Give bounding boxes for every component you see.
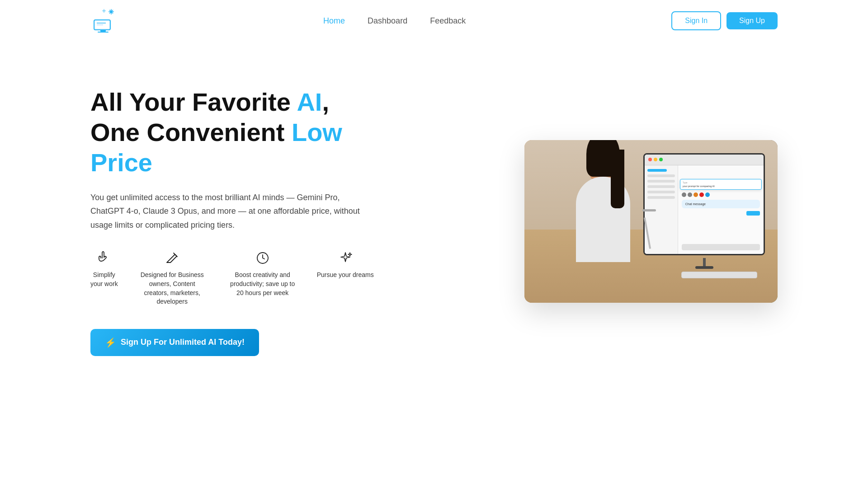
type-placeholder: your prompt for comparing AI — [683, 185, 759, 188]
person-hair — [586, 140, 620, 177]
model-dot-3 — [693, 192, 698, 197]
feature-designed-label: Designed for Business owners, Content cr… — [136, 271, 208, 306]
signin-button[interactable]: Sign In — [671, 11, 721, 30]
hero-description: You get unlimited access to the most bri… — [90, 191, 362, 232]
svg-rect-2 — [98, 32, 108, 33]
keyboard — [681, 272, 757, 278]
sparkle-icon — [338, 250, 353, 266]
type-label: Type — [683, 181, 759, 184]
sidebar-active-item — [647, 169, 666, 172]
monitor-base — [695, 266, 713, 269]
svg-point-15 — [104, 10, 105, 12]
nav-home[interactable]: Home — [323, 16, 345, 26]
hero-title-part2: , — [322, 88, 329, 116]
type-indicator: Type your prompt for comparing AI — [680, 179, 762, 190]
hand-pointer-icon — [97, 250, 111, 266]
dot-green — [659, 158, 663, 161]
screen-input-bar — [682, 244, 760, 250]
person-body — [567, 140, 639, 262]
model-dot-2 — [688, 192, 692, 197]
svg-rect-1 — [100, 30, 106, 32]
sidebar-item-1 — [647, 174, 675, 177]
feature-pursue-label: Pursue your dreams — [317, 271, 374, 280]
chat-bubble-1: Chat message — [682, 200, 760, 208]
features-row: Simplifyyour work Designed for Business … — [90, 250, 407, 306]
hero-title-part3: One Convenient — [90, 118, 292, 146]
sidebar-item-5 — [647, 196, 675, 199]
navbar: Home Dashboard Feedback Sign In Sign Up — [0, 0, 868, 42]
hero-title-ai: AI — [297, 88, 322, 116]
svg-line-13 — [109, 13, 110, 14]
feature-simplify-label: Simplifyyour work — [90, 271, 118, 288]
model-dot-4 — [699, 192, 704, 197]
nav-dashboard[interactable]: Dashboard — [368, 16, 407, 26]
nav-buttons: Sign In Sign Up — [671, 11, 778, 30]
monitor-screen: Type your prompt for comparing AI — [643, 153, 765, 255]
feature-simplify: Simplifyyour work — [90, 250, 118, 288]
nav-links: Home Dashboard Feedback — [323, 16, 466, 26]
screen-content: Type your prompt for comparing AI — [645, 165, 764, 254]
nav-feedback[interactable]: Feedback — [430, 16, 466, 26]
hero-title-part1: All Your Favorite — [90, 88, 297, 116]
person — [550, 140, 656, 262]
monitor: Type your prompt for comparing AI — [643, 153, 765, 267]
sidebar-item-3 — [647, 185, 675, 188]
screen-main: Type your prompt for comparing AI — [678, 165, 764, 254]
clock-icon — [255, 250, 270, 266]
dot-red — [648, 158, 652, 161]
feature-pursue: Pursue your dreams — [317, 250, 374, 280]
bolt-icon: ⚡ — [105, 337, 116, 348]
model-dot-5 — [705, 192, 710, 197]
model-dots — [682, 192, 760, 197]
feature-boost: Boost creativity and productivity; save … — [226, 250, 299, 297]
send-btn — [746, 211, 760, 216]
hero-section: All Your Favorite AI, One Convenient Low… — [0, 42, 868, 383]
hero-right: Type your prompt for comparing AI — [524, 140, 778, 303]
cta-signup-button[interactable]: ⚡ Sign Up For Unlimited AI Today! — [90, 329, 259, 356]
svg-line-14 — [112, 10, 113, 11]
hero-image: Type your prompt for comparing AI — [524, 140, 778, 303]
monitor-stand — [703, 258, 706, 267]
hero-title: All Your Favorite AI, One Convenient Low… — [90, 87, 407, 178]
svg-line-11 — [109, 10, 110, 11]
signup-button[interactable]: Sign Up — [726, 12, 778, 29]
logo-icon — [90, 7, 118, 34]
dot-yellow — [654, 158, 657, 161]
svg-line-12 — [112, 13, 113, 14]
lamp-head — [642, 209, 656, 211]
feature-boost-label: Boost creativity and productivity; save … — [226, 271, 299, 297]
hero-image-bg: Type your prompt for comparing AI — [524, 140, 778, 303]
sidebar-item-4 — [647, 191, 675, 193]
pencil-icon — [165, 250, 179, 266]
hero-left: All Your Favorite AI, One Convenient Low… — [90, 87, 407, 356]
screen-topbar — [645, 155, 764, 165]
feature-designed: Designed for Business owners, Content cr… — [136, 250, 208, 306]
logo[interactable] — [90, 7, 118, 34]
cta-signup-label: Sign Up For Unlimited AI Today! — [121, 338, 245, 347]
sidebar-item-2 — [647, 180, 675, 183]
model-dot-1 — [682, 192, 686, 197]
